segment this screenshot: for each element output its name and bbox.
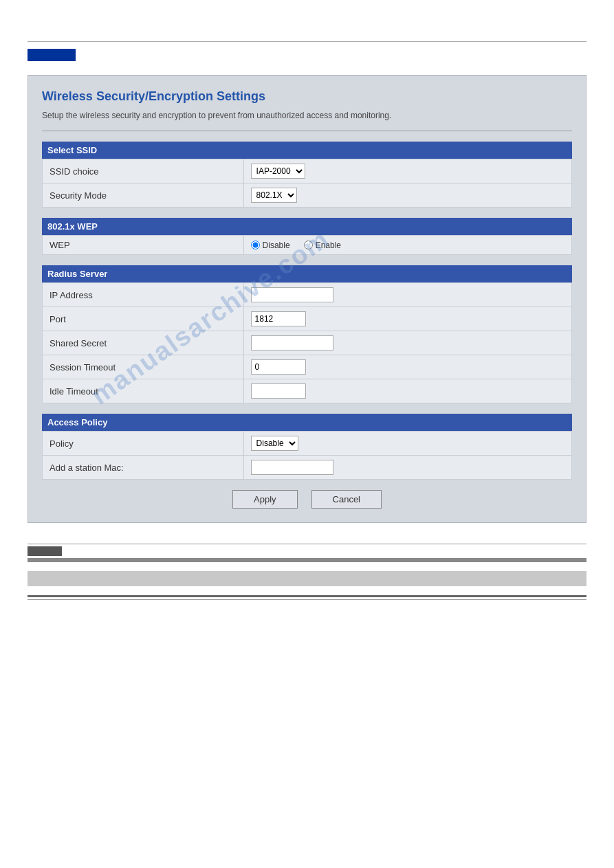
bottom-white-space — [28, 564, 586, 571]
ip-address-input[interactable] — [251, 287, 333, 302]
policy-label: Policy — [43, 432, 244, 456]
station-mac-input[interactable] — [251, 460, 333, 475]
bottom-rule-thin — [28, 544, 586, 544]
bottom-section — [28, 544, 586, 600]
wep-label: WEP — [43, 236, 244, 255]
main-panel: Wireless Security/Encryption Settings Se… — [28, 75, 586, 523]
station-mac-cell — [243, 456, 571, 480]
policy-row: Policy Disable Enable — [43, 432, 572, 456]
ip-address-cell — [243, 283, 571, 307]
top-rule — [28, 41, 586, 42]
blue-bar-top — [28, 49, 76, 61]
security-mode-label: Security Mode — [43, 183, 244, 208]
panel-divider — [42, 131, 572, 131]
security-mode-cell: 802.1X None WEP WPA WPA2 — [243, 183, 571, 208]
page-wrapper: Wireless Security/Encryption Settings Se… — [0, 41, 614, 868]
access-policy-table: Policy Disable Enable Add a station Mac: — [42, 431, 572, 480]
select-ssid-header: Select SSID — [42, 142, 572, 159]
bottom-gray-bar — [28, 571, 586, 586]
bottom-bar-blue — [28, 546, 62, 556]
cancel-button[interactable]: Cancel — [311, 490, 382, 509]
idle-timeout-label: Idle Timeout — [43, 379, 244, 403]
access-policy-header: Access Policy — [42, 414, 572, 431]
session-timeout-cell — [243, 355, 571, 379]
security-mode-row: Security Mode 802.1X None WEP WPA WPA2 — [43, 183, 572, 208]
session-timeout-row: Session Timeout — [43, 355, 572, 379]
wep-enable-label[interactable]: Enable — [304, 241, 341, 250]
wep-disable-radio[interactable] — [251, 241, 260, 249]
wep-row: WEP Disable Enable — [43, 236, 572, 255]
port-label: Port — [43, 307, 244, 331]
wep-radio-group: Disable Enable — [251, 241, 564, 250]
station-mac-row: Add a station Mac: — [43, 456, 572, 480]
shared-secret-input[interactable] — [251, 335, 333, 350]
wep-disable-text: Disable — [263, 241, 290, 250]
select-ssid-table: SSID choice IAP-2000 Security Mode 802.1… — [42, 159, 572, 208]
bottom-rule-thick — [28, 558, 586, 562]
bottom-rule-final — [28, 595, 586, 597]
ssid-choice-cell: IAP-2000 — [243, 159, 571, 183]
button-row: Apply Cancel — [42, 490, 572, 509]
session-timeout-label: Session Timeout — [43, 355, 244, 379]
station-mac-label: Add a station Mac: — [43, 456, 244, 480]
panel-description: Setup the wireless security and encrypti… — [42, 111, 572, 120]
apply-button[interactable]: Apply — [232, 490, 298, 509]
port-row: Port — [43, 307, 572, 331]
ip-address-row: IP Address — [43, 283, 572, 307]
ssid-choice-row: SSID choice IAP-2000 — [43, 159, 572, 183]
bottom-rule-thin-2 — [28, 599, 586, 600]
shared-secret-label: Shared Secret — [43, 331, 244, 355]
wep-enable-text: Enable — [316, 241, 341, 250]
ip-address-label: IP Address — [43, 283, 244, 307]
shared-secret-row: Shared Secret — [43, 331, 572, 355]
radius-table: IP Address Port Shared Secret Session Ti… — [42, 282, 572, 403]
ssid-choice-label: SSID choice — [43, 159, 244, 183]
port-cell — [243, 307, 571, 331]
radius-server-header: Radius Server — [42, 265, 572, 282]
idle-timeout-cell — [243, 379, 571, 403]
panel-title: Wireless Security/Encryption Settings — [42, 89, 572, 104]
policy-cell: Disable Enable — [243, 432, 571, 456]
wep-radio-cell: Disable Enable — [243, 236, 571, 255]
idle-timeout-input[interactable] — [251, 383, 306, 399]
port-input[interactable] — [251, 311, 306, 326]
ssid-choice-select[interactable]: IAP-2000 — [251, 164, 305, 179]
idle-timeout-row: Idle Timeout — [43, 379, 572, 403]
wep-section-header: 802.1x WEP — [42, 218, 572, 235]
wep-disable-label[interactable]: Disable — [251, 241, 290, 250]
policy-select[interactable]: Disable Enable — [251, 436, 298, 451]
wep-enable-radio[interactable] — [304, 241, 313, 249]
shared-secret-cell — [243, 331, 571, 355]
session-timeout-input[interactable] — [251, 359, 306, 375]
security-mode-select[interactable]: 802.1X None WEP WPA WPA2 — [251, 188, 297, 203]
bottom-white-space-2 — [28, 588, 586, 595]
wep-table: WEP Disable Enable — [42, 235, 572, 255]
